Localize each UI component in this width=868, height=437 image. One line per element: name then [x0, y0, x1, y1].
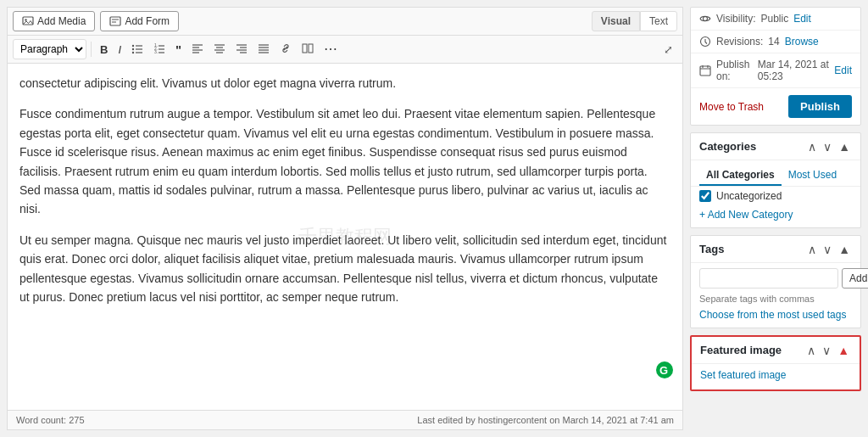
categories-box: Categories ∧ ∨ ▲ All Categories Most Use…: [690, 132, 861, 228]
publish-actions: Move to Trash Publish: [691, 88, 860, 125]
align-justify-button[interactable]: [298, 41, 318, 58]
add-media-button[interactable]: Add Media: [13, 11, 95, 31]
content-paragraph-1: consectetur adipiscing elit. Vivamus ut …: [19, 74, 670, 92]
blockquote-button[interactable]: ": [171, 42, 186, 58]
svg-point-7: [132, 48, 134, 50]
content-paragraph-2: Fusce condimentum rutrum augue a tempor.…: [19, 104, 670, 218]
add-new-category-link[interactable]: + Add New Category: [691, 205, 860, 227]
add-media-label: Add Media: [37, 15, 86, 27]
categories-up-button[interactable]: ∧: [806, 141, 818, 153]
tags-controls: ∧ ∨ ▲: [806, 244, 852, 255]
publish-on-row: Publish on: Mar 14, 2021 at 05:23 Edit: [691, 53, 860, 88]
eye-icon: [699, 13, 711, 25]
add-form-icon: [109, 15, 121, 27]
publish-button[interactable]: Publish: [788, 95, 852, 118]
revisions-count: 14: [768, 36, 779, 48]
categories-tabs: All Categories Most Used: [691, 160, 860, 187]
publish-on-value: Mar 14, 2021 at 05:23: [758, 59, 830, 82]
format-toolbar: Paragraph B I 1.2.3. ": [8, 36, 682, 64]
ordered-list-button[interactable]: 1.2.3.: [149, 41, 170, 58]
add-media-icon: [22, 15, 34, 27]
visibility-value: Public: [760, 13, 788, 25]
featured-image-collapse-button[interactable]: ▲: [836, 345, 851, 356]
word-count-label: Word count:: [16, 415, 66, 425]
categories-controls: ∧ ∨ ▲: [806, 141, 852, 153]
tags-add-button[interactable]: Add: [842, 268, 868, 289]
svg-rect-34: [309, 44, 313, 53]
visibility-edit-link[interactable]: Edit: [793, 13, 811, 25]
featured-image-up-button[interactable]: ∧: [805, 345, 817, 356]
tags-input[interactable]: [699, 268, 838, 289]
content-paragraph-3: Ut eu semper magna. Quisque nec mauris v…: [19, 231, 670, 307]
publish-on-edit-link[interactable]: Edit: [834, 64, 852, 76]
most-used-tab[interactable]: Most Used: [782, 165, 843, 186]
revisions-label: Revisions:: [716, 36, 763, 48]
unordered-list-button[interactable]: [127, 41, 147, 58]
svg-text:G: G: [659, 364, 668, 377]
svg-point-1: [25, 19, 26, 20]
choose-tags-link[interactable]: Choose from the most used tags: [691, 307, 860, 328]
editor-toolbar-top: Add Media Add Form Visual Text: [8, 8, 682, 36]
publish-on-label: Publish on:: [716, 59, 753, 82]
text-view-button[interactable]: Text: [640, 11, 677, 31]
tags-up-button[interactable]: ∧: [806, 244, 818, 255]
tags-down-button[interactable]: ∨: [821, 244, 833, 255]
svg-point-5: [132, 45, 134, 47]
revisions-row: Revisions: 14 Browse: [691, 31, 860, 53]
paragraph-select[interactable]: Paragraph: [13, 39, 86, 59]
featured-image-controls: ∧ ∨ ▲: [805, 345, 851, 356]
toolbar-separator-1: [91, 42, 92, 57]
last-edited-text: Last edited by hostingercontent on March…: [417, 415, 674, 425]
svg-point-37: [704, 17, 708, 21]
featured-image-title: Featured image: [700, 344, 782, 356]
view-toggle: Visual Text: [592, 11, 677, 31]
word-count-area: Word count: 275: [16, 415, 85, 425]
svg-rect-2: [110, 17, 120, 25]
add-form-button[interactable]: Add Form: [100, 11, 179, 31]
set-featured-image-link[interactable]: Set featured image: [692, 364, 860, 389]
uncategorized-checkbox[interactable]: [699, 190, 711, 202]
align-right-button[interactable]: [231, 41, 252, 58]
uncategorized-label: Uncategorized: [716, 190, 782, 202]
featured-image-box: Featured image ∧ ∨ ▲ Set featured image: [690, 335, 861, 391]
publish-box: Visibility: Public Edit Revisions: 14 Br…: [690, 7, 861, 126]
all-categories-tab[interactable]: All Categories: [699, 165, 782, 186]
visibility-row: Visibility: Public Edit: [691, 8, 860, 31]
italic-button[interactable]: I: [114, 42, 125, 57]
visibility-label: Visibility:: [716, 13, 755, 25]
editor-footer: Word count: 275 Last edited by hostinger…: [8, 410, 682, 429]
grammarly-icon[interactable]: G: [655, 361, 674, 379]
categories-panel-header: Categories ∧ ∨ ▲: [691, 133, 860, 160]
revisions-browse-link[interactable]: Browse: [785, 36, 819, 48]
bold-button[interactable]: B: [96, 42, 112, 57]
move-to-trash-link[interactable]: Move to Trash: [699, 101, 764, 113]
expand-button[interactable]: ⤢: [659, 42, 677, 58]
featured-image-down-button[interactable]: ∨: [821, 345, 832, 356]
svg-text:3.: 3.: [154, 49, 158, 54]
featured-image-panel-header: Featured image ∧ ∨ ▲: [692, 337, 860, 364]
tags-box: Tags ∧ ∨ ▲ Add Separate tags with commas…: [690, 235, 861, 328]
add-form-label: Add Form: [125, 15, 170, 27]
categories-title: Categories: [699, 140, 756, 153]
tags-separator-text: Separate tags with commas: [691, 294, 860, 307]
editor-area: Add Media Add Form Visual Text: [7, 7, 683, 430]
word-count-value: 275: [69, 415, 84, 425]
link-button[interactable]: [275, 41, 296, 58]
svg-rect-39: [700, 66, 710, 76]
editor-content[interactable]: 千里教程网 consectetur adipiscing elit. Vivam…: [8, 64, 682, 410]
align-center-button[interactable]: [209, 41, 230, 58]
toolbar-left: Add Media Add Form: [13, 11, 179, 31]
more-button[interactable]: ⋯: [320, 41, 342, 58]
sidebar: Visibility: Public Edit Revisions: 14 Br…: [683, 7, 861, 430]
tags-panel-header: Tags ∧ ∨ ▲: [691, 236, 860, 263]
svg-rect-33: [303, 44, 307, 53]
categories-collapse-button[interactable]: ▲: [837, 141, 852, 153]
tags-title: Tags: [699, 243, 724, 255]
visual-view-button[interactable]: Visual: [592, 11, 640, 31]
revisions-icon: [699, 36, 711, 48]
justify-button[interactable]: [253, 41, 274, 58]
svg-point-9: [132, 52, 134, 53]
categories-down-button[interactable]: ∨: [821, 141, 833, 153]
tags-collapse-button[interactable]: ▲: [837, 244, 852, 255]
align-left-button[interactable]: [187, 41, 208, 58]
